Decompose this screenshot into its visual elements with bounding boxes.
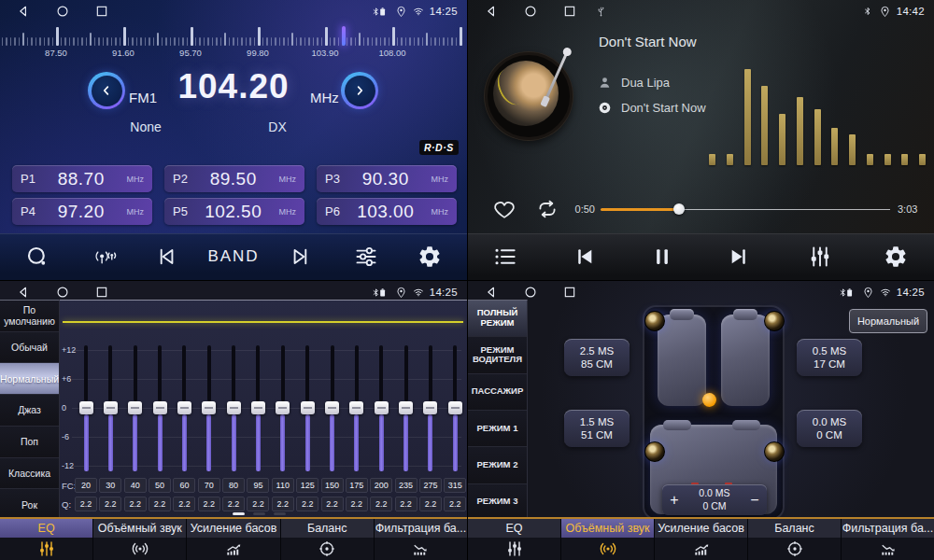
decrease-delay-button[interactable]: − — [743, 484, 767, 515]
next-track-button[interactable] — [727, 245, 752, 270]
tab-filter[interactable]: Фильтрация ба... — [374, 519, 467, 560]
slider-handle[interactable] — [448, 401, 462, 414]
eq-preset-1[interactable]: По умолчанию — [0, 301, 59, 332]
seek-bar[interactable] — [601, 203, 890, 216]
listening-position-marker[interactable] — [702, 393, 716, 407]
eq-band-slider[interactable] — [226, 345, 241, 471]
eq-preset-3[interactable]: Нормальный — [0, 363, 59, 395]
home-icon[interactable] — [517, 285, 545, 300]
tab-bass-boost[interactable]: Усиление басов — [654, 519, 747, 560]
eq-band-slider[interactable] — [250, 345, 265, 471]
eq-band-slider[interactable] — [374, 345, 389, 471]
eq-band-slider[interactable] — [177, 345, 191, 471]
slider-handle[interactable] — [399, 401, 413, 414]
mode-2[interactable]: РЕЖИМ ВОДИТЕЛЯ — [468, 337, 527, 373]
tab-eq[interactable]: EQ — [468, 519, 560, 560]
tab-surround-sound[interactable]: Объёмный звук — [560, 519, 654, 560]
slider-handle[interactable] — [276, 401, 290, 414]
favorite-button[interactable] — [492, 197, 517, 221]
seek-down-button[interactable] — [88, 72, 125, 109]
eq-band-slider[interactable] — [152, 345, 167, 471]
back-icon[interactable] — [9, 4, 37, 19]
slider-handle[interactable] — [177, 401, 191, 414]
sound-profile-button[interactable]: Нормальный — [849, 309, 927, 333]
slider-handle[interactable] — [227, 401, 241, 414]
audio-settings-button[interactable] — [354, 245, 379, 270]
slider-handle[interactable] — [349, 401, 363, 414]
eq-band-slider[interactable] — [349, 345, 364, 471]
eq-band-slider[interactable] — [202, 345, 217, 471]
slider-handle[interactable] — [128, 401, 142, 414]
back-icon[interactable] — [9, 285, 37, 300]
mode-6[interactable]: РЕЖИМ 3 — [468, 484, 527, 521]
eq-band-slider[interactable] — [103, 345, 118, 471]
eq-band-slider[interactable] — [399, 345, 414, 471]
eq-band-slider[interactable] — [300, 345, 315, 471]
recents-icon[interactable] — [556, 285, 584, 300]
tab-surround-sound[interactable]: Объёмный звук — [92, 519, 186, 560]
increase-delay-button[interactable]: + — [662, 484, 686, 515]
eq-preset-4[interactable]: Джаз — [0, 395, 59, 427]
pause-button[interactable] — [650, 245, 675, 270]
eq-band-slider[interactable] — [78, 345, 93, 471]
eq-band-slider[interactable] — [423, 345, 438, 471]
slider-handle[interactable] — [325, 401, 339, 414]
mode-1[interactable]: ПОЛНЫЙ РЕЖИМ — [468, 301, 527, 337]
slider-handle[interactable] — [423, 401, 437, 414]
preset-p3-button[interactable]: P390.30MHz — [317, 165, 457, 192]
eq-band-slider[interactable] — [447, 345, 462, 471]
seek-knob[interactable] — [673, 203, 685, 215]
previous-station-button[interactable] — [154, 245, 179, 270]
slider-handle[interactable] — [251, 401, 265, 414]
mode-4[interactable]: РЕЖИМ 1 — [468, 411, 527, 447]
eq-preset-2[interactable]: Обычай — [0, 332, 59, 364]
preset-p1-button[interactable]: P188.70MHz — [12, 165, 152, 192]
tab-balance[interactable]: Баланс — [747, 519, 841, 560]
tab-eq[interactable]: EQ — [0, 519, 92, 560]
preset-p6-button[interactable]: P6103.00MHz — [317, 198, 457, 225]
back-icon[interactable] — [477, 4, 505, 19]
settings-button[interactable] — [417, 245, 443, 270]
frequency-scale[interactable]: 87.5091.6095.7099.80103.90108.00 — [0, 26, 467, 58]
delay-front-right-button[interactable]: 0.5 MS 17 CM — [797, 339, 862, 376]
scan-search-button[interactable] — [25, 245, 50, 270]
seek-up-button[interactable] — [341, 72, 378, 109]
preset-p2-button[interactable]: P289.50MHz — [164, 165, 304, 192]
eq-preset-5[interactable]: Поп — [0, 427, 59, 458]
settings-button[interactable] — [884, 245, 909, 270]
preset-p4-button[interactable]: P497.20MHz — [12, 198, 152, 225]
slider-handle[interactable] — [153, 401, 167, 414]
band-button[interactable]: BAND — [207, 247, 259, 266]
home-icon[interactable] — [49, 4, 77, 19]
delay-rear-left-button[interactable]: 1.5 MS 51 CM — [564, 410, 630, 447]
eq-band-slider[interactable] — [128, 345, 143, 471]
playlist-button[interactable] — [493, 245, 518, 270]
tab-filter[interactable]: Фильтрация ба... — [841, 519, 934, 560]
mode-3[interactable]: ПАССАЖИР — [468, 374, 527, 411]
slider-handle[interactable] — [79, 401, 93, 414]
previous-track-button[interactable] — [573, 245, 598, 270]
recents-icon[interactable] — [88, 4, 116, 19]
eq-preset-7[interactable]: Рок — [0, 489, 59, 521]
preset-p5-button[interactable]: P5102.50MHz — [164, 198, 304, 225]
slider-handle[interactable] — [202, 401, 216, 414]
slider-handle[interactable] — [301, 401, 315, 414]
recents-icon[interactable] — [88, 285, 116, 300]
equalizer-button[interactable] — [808, 245, 833, 270]
eq-band-slider[interactable] — [325, 345, 340, 471]
home-icon[interactable] — [517, 4, 545, 19]
delay-rear-right-button[interactable]: 0.0 MS 0 CM — [797, 410, 862, 447]
repeat-button[interactable] — [535, 197, 559, 221]
mode-5[interactable]: РЕЖИМ 2 — [468, 447, 527, 483]
back-icon[interactable] — [477, 285, 505, 300]
next-station-button[interactable] — [289, 245, 314, 270]
radio-broadcast-button[interactable] — [93, 245, 119, 270]
tab-balance[interactable]: Баланс — [280, 519, 374, 560]
tab-bass-boost[interactable]: Усиление басов — [186, 519, 279, 560]
slider-handle[interactable] — [104, 401, 118, 414]
eq-preset-6[interactable]: Классика — [0, 458, 59, 490]
home-icon[interactable] — [49, 285, 77, 300]
eq-band-slider[interactable] — [276, 345, 290, 471]
recents-icon[interactable] — [556, 4, 584, 19]
slider-handle[interactable] — [375, 401, 389, 414]
